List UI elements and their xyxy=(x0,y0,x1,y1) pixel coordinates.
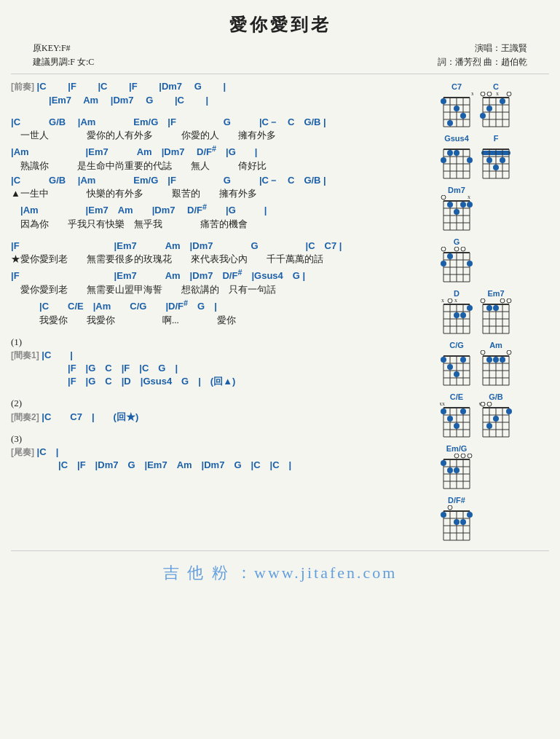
num3-label: (3) xyxy=(11,432,429,446)
chord-gsus4-label: Gsus4 xyxy=(444,134,469,143)
svg-point-120 xyxy=(481,299,485,303)
svg-point-104 xyxy=(460,312,466,318)
artist-info: 演唱：王識賢 xyxy=(438,42,527,55)
svg-text:xx: xx xyxy=(440,402,445,407)
svg-point-58 xyxy=(493,165,499,170)
svg-point-44 xyxy=(441,157,446,163)
credits-info: 詞：潘芳烈 曲：趙伯乾 xyxy=(438,55,527,69)
svg-point-121 xyxy=(500,299,505,303)
svg-point-193 xyxy=(441,460,446,466)
chorus-block1: |F |Em7 Am |Dm7 G |C C7 | ★愛你愛到老 無需要很多的玫… xyxy=(11,240,429,266)
i1-chord1: [間奏1] |C | xyxy=(11,349,429,362)
chord-f-grid xyxy=(479,143,513,181)
chord-c-label: C xyxy=(493,82,499,91)
v1b1-lyric: 一世人 愛你的人有外多 你愛的人 擁有外多 xyxy=(11,129,429,142)
v1b2-chord: |Am |Em7 Am |Dm7 D/F# |G | xyxy=(11,143,429,159)
chord-g-label: G xyxy=(454,237,460,246)
c2-chord: |F |Em7 Am |Dm7 D/F# |Gsus4 G | xyxy=(11,267,429,283)
svg-point-45 xyxy=(467,157,473,163)
chord-dfs-diagram: D/F# xyxy=(440,496,473,543)
chord-c-diagram: C xyxy=(479,82,513,130)
intro-chord-1: [前奏] |C |F |C |F |Dm7 G | xyxy=(11,80,429,93)
svg-point-181 xyxy=(487,402,492,406)
svg-point-197 xyxy=(468,454,472,458)
svg-point-198 xyxy=(454,454,459,458)
chord-c7-diagram: C7 xyxy=(440,82,473,130)
chord-am-grid xyxy=(479,350,513,388)
chord-emg-grid xyxy=(440,454,473,491)
v1b3-chord: |C G/B |Am Em/G |F G |C－ C G/B | xyxy=(11,174,429,187)
svg-point-163 xyxy=(460,408,466,414)
svg-point-86 xyxy=(447,253,453,259)
svg-point-29 xyxy=(487,92,492,96)
svg-point-148 xyxy=(493,357,499,363)
intro-chord-2: |Em7 Am |Dm7 G |C | xyxy=(11,94,429,107)
diagrams-column: C7 xyxy=(440,82,549,543)
svg-point-25 xyxy=(500,98,505,104)
chord-dm7-grid: x xyxy=(440,195,473,233)
chord-c7-grid: x xyxy=(440,92,473,130)
outro-section: (3) [尾奏] |C | |C |F |Dm7 G |Em7 Am |Dm7 … xyxy=(11,432,429,473)
v1b4-lyric: 因為你 乎我只有快樂 無乎我 痛苦的機會 xyxy=(11,218,429,231)
c2-lyric: 愛你愛到老 無需要山盟甲海誓 想欲講的 只有一句話 xyxy=(11,283,429,296)
chord-dm7-label: Dm7 xyxy=(448,186,465,194)
i1-chord2: |F |G C |F |C G | xyxy=(11,362,429,375)
v1b3-lyric: ▲一生中 快樂的有外多 艱苦的 擁有外多 xyxy=(11,187,429,200)
i1-chord3: |F |G C |D |Gsus4 G | (回▲) xyxy=(11,375,429,388)
svg-point-162 xyxy=(441,408,446,414)
chorus-block2: |F |Em7 Am |Dm7 D/F# |Gsus4 G | 愛你愛到老 無需… xyxy=(11,267,429,296)
svg-text:x: x xyxy=(441,299,444,304)
chord-dfs-grid xyxy=(440,505,473,543)
svg-point-87 xyxy=(441,261,446,266)
svg-point-118 xyxy=(486,305,492,311)
svg-point-70 xyxy=(467,202,473,208)
chord-gb-grid: x xyxy=(479,402,513,440)
chord-emg-label: Em/G xyxy=(446,444,468,453)
main-content: [前奏] |C |F |C |F |Dm7 G | |Em7 Am |Dm7 G… xyxy=(11,79,549,543)
svg-point-59 xyxy=(500,157,505,163)
svg-point-177 xyxy=(506,408,512,414)
svg-point-147 xyxy=(486,357,492,363)
chord-gsus4-diagram: Gsus4 xyxy=(440,134,473,181)
diagram-row-1: C7 xyxy=(440,82,513,130)
num1-label: (1) xyxy=(11,336,429,349)
svg-point-102 xyxy=(467,305,473,311)
svg-point-74 xyxy=(441,195,446,199)
song-title: 愛你愛到老 xyxy=(11,7,549,40)
svg-point-12 xyxy=(460,113,466,119)
diagram-row-2: Gsus4 xyxy=(440,134,513,181)
c3-chord: |C C/E |Am C/G |D/F# G | xyxy=(11,298,429,314)
svg-point-122 xyxy=(507,299,511,303)
svg-point-13 xyxy=(447,120,453,126)
svg-point-57 xyxy=(486,157,492,163)
svg-point-133 xyxy=(441,357,446,363)
page: 愛你愛到老 原KEY:F# 建議男調:F 女:C 演唱：王識賢 詞：潘芳烈 曲：… xyxy=(0,0,560,739)
c1-lyric: ★愛你愛到老 無需要很多的玫瑰花 來代表我心內 千千萬萬的話 xyxy=(11,253,429,266)
meta-section: 原KEY:F# 建議男調:F 女:C 演唱：王識賢 詞：潘芳烈 曲：趙伯乾 xyxy=(33,42,527,69)
svg-point-195 xyxy=(454,467,460,473)
diagram-row-4: G xyxy=(440,237,513,285)
svg-point-91 xyxy=(461,247,465,251)
chord-ce-label: C/E xyxy=(450,392,463,401)
chord-d-diagram: D xyxy=(440,289,473,336)
chorus-block3: |C C/E |Am C/G |D/F# G | 我愛你 我愛你 啊... 愛你 xyxy=(11,298,429,327)
svg-point-105 xyxy=(448,299,452,303)
v1b2-lyric: 熟識你 是生命中尚重要的代誌 無人 倚好比 xyxy=(11,159,429,173)
meta-right: 演唱：王識賢 詞：潘芳烈 曲：趙伯乾 xyxy=(438,42,527,69)
chord-f-label: F xyxy=(494,134,499,143)
diagram-row-3: Dm7 xyxy=(440,186,513,233)
svg-point-213 xyxy=(448,505,452,510)
svg-point-165 xyxy=(454,423,460,429)
footer-watermark: 吉 他 粉 ：www.jitafen.com xyxy=(11,562,549,584)
svg-text:x: x xyxy=(471,92,473,97)
svg-point-43 xyxy=(454,150,460,156)
svg-point-210 xyxy=(467,512,473,518)
svg-point-73 xyxy=(460,202,466,208)
chord-em7-label: Em7 xyxy=(487,289,504,298)
chord-g-diagram: G xyxy=(440,237,473,285)
svg-point-72 xyxy=(454,209,460,215)
chord-f-diagram: F xyxy=(479,134,513,181)
diagram-row-9: D/F# xyxy=(440,496,513,543)
chord-em7-diagram: Em7 xyxy=(479,289,513,336)
verse1-block3: |C G/B |Am Em/G |F G |C－ C G/B | ▲一生中 快樂… xyxy=(11,174,429,200)
